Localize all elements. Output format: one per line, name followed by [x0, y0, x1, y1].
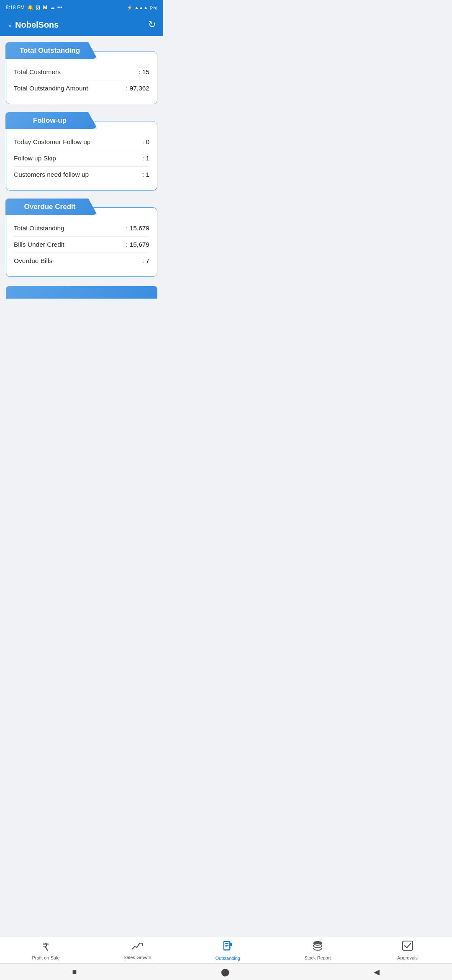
total-outstanding-overdue-row: Total Outstanding : 15,679 — [14, 220, 149, 237]
alarm-icon: 🔔 — [27, 5, 33, 10]
bills-under-credit-label: Bills Under Credit — [14, 241, 64, 248]
dots-icon: ••• — [57, 5, 63, 10]
image-icon: 🖼 — [36, 5, 41, 10]
bills-under-credit-value: : 15,679 — [126, 241, 149, 248]
customers-need-follow-up-value: : 1 — [142, 171, 149, 178]
status-right: ⚡ ▲▲▲ [35] — [127, 5, 157, 10]
total-outstanding-header: Total Outstanding — [5, 42, 98, 59]
total-outstanding-amount-label: Total Outstanding Amount — [14, 85, 88, 92]
app-title-area[interactable]: ⌄ NobelSons — [8, 20, 59, 30]
time: 9:18 PM — [6, 5, 25, 10]
follow-up-skip-label: Follow up Skip — [14, 155, 56, 162]
total-customers-label: Total Customers — [14, 68, 61, 76]
total-outstanding-overdue-label: Total Outstanding — [14, 224, 64, 232]
overdue-bills-value: : 7 — [142, 257, 149, 265]
total-outstanding-overdue-value: : 15,679 — [126, 224, 149, 232]
battery-icon: [35] — [150, 5, 157, 10]
overdue-bills-label: Overdue Bills — [14, 257, 52, 265]
status-left: 9:18 PM 🔔 🖼 M ☁ ••• — [6, 5, 62, 10]
overdue-credit-card: Overdue Credit Total Outstanding : 15,67… — [6, 207, 157, 277]
chevron-down-icon: ⌄ — [8, 21, 13, 28]
partial-card-hint — [6, 286, 157, 299]
cloud-icon: ☁ — [50, 5, 55, 10]
total-customers-value: : 15 — [139, 68, 149, 76]
overdue-credit-header: Overdue Credit — [5, 199, 98, 215]
customers-need-follow-up-row: Customers need follow up : 1 — [14, 167, 149, 183]
total-outstanding-body: Total Customers : 15 Total Outstanding A… — [14, 64, 149, 96]
follow-up-card: Follow-up Today Customer Follow up : 0 F… — [6, 121, 157, 191]
app-title: NobelSons — [15, 20, 59, 30]
bills-under-credit-row: Bills Under Credit : 15,679 — [14, 237, 149, 253]
m-icon: M — [43, 5, 47, 10]
main-content: Total Outstanding Total Customers : 15 T… — [0, 36, 163, 303]
total-outstanding-card: Total Outstanding Total Customers : 15 T… — [6, 51, 157, 104]
follow-up-body: Today Customer Follow up : 0 Follow up S… — [14, 134, 149, 183]
total-customers-row: Total Customers : 15 — [14, 64, 149, 80]
total-outstanding-amount-value: : 97,362 — [126, 85, 149, 92]
today-customer-follow-up-value: : 0 — [142, 138, 149, 146]
customers-need-follow-up-label: Customers need follow up — [14, 171, 89, 178]
follow-up-header: Follow-up — [5, 112, 98, 129]
bluetooth-icon: ⚡ — [127, 5, 133, 10]
follow-up-skip-row: Follow up Skip : 1 — [14, 150, 149, 167]
total-outstanding-amount-row: Total Outstanding Amount : 97,362 — [14, 80, 149, 96]
signal-icon: ▲▲▲ — [134, 5, 148, 10]
status-bar: 9:18 PM 🔔 🖼 M ☁ ••• ⚡ ▲▲▲ [35] — [0, 0, 163, 15]
top-bar: ⌄ NobelSons ↻ — [0, 15, 163, 36]
refresh-button[interactable]: ↻ — [148, 19, 156, 30]
today-customer-follow-up-row: Today Customer Follow up : 0 — [14, 134, 149, 150]
overdue-bills-row: Overdue Bills : 7 — [14, 253, 149, 269]
today-customer-follow-up-label: Today Customer Follow up — [14, 138, 91, 146]
follow-up-skip-value: : 1 — [142, 155, 149, 162]
overdue-credit-body: Total Outstanding : 15,679 Bills Under C… — [14, 220, 149, 269]
